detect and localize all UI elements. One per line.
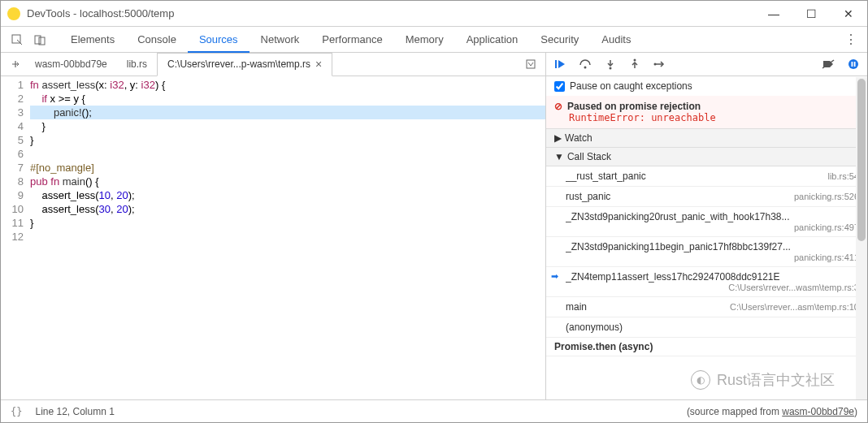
code-area[interactable]: fn assert_less(x: i32, y: i32) { if x >=… [30, 76, 545, 399]
more-menu-icon[interactable]: ⋮ [841, 32, 861, 47]
panel-tab-elements[interactable]: Elements [59, 27, 126, 53]
stack-frame[interactable]: rust_panicpanicking.rs:526 [546, 187, 867, 207]
paused-message: RuntimeError: unreachable [554, 112, 859, 123]
code-line[interactable]: } [30, 133, 545, 147]
pause-on-caught-checkbox[interactable] [554, 81, 565, 92]
callstack-section[interactable]: ▼ Call Stack [546, 148, 867, 166]
code-line[interactable]: pub fn main() { [30, 175, 545, 188]
stack-frame[interactable]: (anonymous) [546, 317, 867, 338]
sources-editor-pane: wasm-00bbd79elib.rsC:\Users\rrever...p-w… [1, 53, 546, 399]
svg-rect-14 [854, 62, 856, 67]
maximize-button[interactable]: ☐ [792, 1, 830, 27]
source-map-link[interactable]: wasm-00bbd79e [782, 406, 854, 417]
svg-rect-13 [852, 62, 853, 67]
svg-point-12 [848, 59, 858, 69]
watch-section[interactable]: ▶ Watch [546, 129, 867, 148]
code-line[interactable]: #[no_mangle] [30, 161, 545, 175]
line-gutter: 123456789101112 [1, 76, 30, 399]
svg-point-6 [584, 67, 587, 69]
panel-tab-console[interactable]: Console [126, 27, 188, 53]
tab-overflow-icon[interactable] [521, 54, 540, 74]
minimize-button[interactable]: — [755, 1, 792, 27]
code-line[interactable]: } [30, 216, 545, 230]
pause-on-caught-row[interactable]: Pause on caught exceptions [546, 76, 867, 96]
stack-frame[interactable]: _ZN4temp11assert_less17hc29247008ddc9121… [546, 267, 867, 297]
inspect-element-icon[interactable] [7, 30, 27, 50]
source-mapped-info: (source mapped from wasm-00bbd79e) [687, 406, 857, 417]
stack-frame[interactable]: _ZN3std9panicking11begin_panic17hf8bbc13… [546, 237, 867, 267]
scrollbar[interactable] [856, 77, 867, 399]
code-line[interactable] [30, 230, 545, 244]
navigator-toggle-icon[interactable] [6, 54, 25, 74]
panel-tab-performance[interactable]: Performance [310, 27, 393, 53]
svg-point-8 [634, 59, 636, 62]
close-button[interactable]: ✕ [830, 1, 867, 27]
status-bar: {} Line 12, Column 1 (source mapped from… [1, 399, 867, 422]
pause-exceptions-button[interactable] [848, 58, 859, 70]
panel-tab-audits[interactable]: Audits [590, 27, 642, 53]
window-titlebar: DevTools - localhost:5000/temp — ☐ ✕ [1, 1, 867, 27]
svg-marker-5 [558, 60, 565, 68]
close-tab-icon[interactable]: × [315, 53, 322, 76]
file-tab[interactable]: wasm-00bbd79e [25, 53, 117, 76]
code-line[interactable]: fn assert_less(x: i32, y: i32) { [30, 78, 545, 92]
step-out-button[interactable] [629, 58, 640, 70]
paused-banner: ⊘Paused on promise rejection RuntimeErro… [546, 96, 867, 129]
code-line[interactable] [30, 147, 545, 161]
svg-point-9 [654, 63, 657, 66]
pretty-print-icon[interactable]: {} [11, 406, 22, 417]
step-into-button[interactable] [605, 58, 616, 70]
app-icon [7, 7, 20, 20]
code-line[interactable]: assert_less(30, 20); [30, 202, 545, 216]
file-tab[interactable]: lib.rs [117, 53, 157, 76]
step-over-button[interactable] [579, 58, 592, 70]
panel-tab-application[interactable]: Application [455, 27, 530, 53]
async-stack-header: Promise.then (async) [546, 338, 867, 356]
cursor-position: Line 12, Column 1 [35, 406, 114, 417]
stack-frame[interactable]: _ZN3std9panicking20rust_panic_with_hook1… [546, 207, 867, 237]
paused-title: Paused on promise rejection [567, 101, 701, 112]
code-line[interactable]: assert_less(10, 20); [30, 188, 545, 202]
code-line[interactable]: } [30, 119, 545, 133]
code-line[interactable]: panic!(); [30, 106, 545, 119]
stack-frame[interactable]: __rust_start_paniclib.rs:54 [546, 166, 867, 187]
window-title: DevTools - localhost:5000/temp [27, 7, 755, 19]
panel-tab-network[interactable]: Network [250, 27, 311, 53]
svg-rect-4 [555, 60, 557, 68]
code-line[interactable]: if x >= y { [30, 92, 545, 106]
file-tab[interactable]: C:\Users\rrever...p-wasm\temp.rs× [157, 53, 332, 76]
panel-tab-sources[interactable]: Sources [188, 27, 250, 53]
deactivate-breakpoints-button[interactable] [822, 58, 835, 70]
step-button[interactable] [653, 58, 665, 70]
svg-point-7 [610, 67, 612, 70]
stack-frame[interactable]: mainC:\Users\rrever...asm\temp.rs:10 [546, 297, 867, 317]
panel-tab-security[interactable]: Security [529, 27, 590, 53]
panel-tabs: ElementsConsoleSourcesNetworkPerformance… [1, 27, 867, 53]
panel-tab-memory[interactable]: Memory [394, 27, 455, 53]
device-toolbar-icon[interactable] [30, 30, 50, 50]
pause-on-caught-label: Pause on caught exceptions [570, 80, 692, 92]
svg-rect-3 [527, 60, 535, 68]
debugger-pane: Pause on caught exceptions ⊘Paused on pr… [546, 53, 867, 399]
resume-button[interactable] [554, 58, 566, 70]
